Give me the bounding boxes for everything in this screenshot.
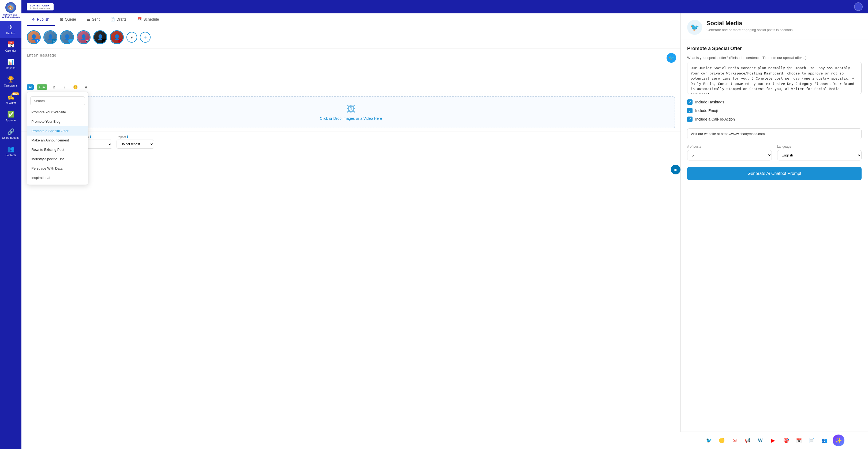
action-buttons: Add to Queue ▾: [22, 152, 680, 169]
bottom-fab-button[interactable]: ✨: [833, 435, 844, 446]
logo-brand: CONTENT CASH by Chattymatic.com: [2, 14, 20, 19]
dropdown-item-promote-blog[interactable]: Promote Your Blog: [27, 117, 88, 126]
calendar-icon: 📅: [7, 41, 14, 48]
sidebar-item-ai-writer[interactable]: New ✍ AI Writer: [0, 90, 22, 108]
dropdown-item-inspirational[interactable]: Inspirational: [27, 173, 88, 183]
twitter-badge: 🐦: [666, 53, 676, 63]
tab-drafts[interactable]: 📄 Drafts: [105, 13, 132, 26]
profile-facebook[interactable]: 👤 f: [27, 30, 41, 44]
posts-count-select[interactable]: 5 1 2 3 10: [687, 150, 772, 160]
bottom-target-icon[interactable]: 🎯: [781, 436, 791, 445]
bottom-megaphone-icon[interactable]: 📢: [743, 436, 752, 445]
bottom-youtube-icon[interactable]: ▶: [768, 436, 778, 445]
dropdown-item-promote-offer[interactable]: Promote a Special Offer: [27, 126, 88, 135]
ai-button[interactable]: AI: [27, 85, 34, 90]
checkbox-emoji[interactable]: ✓ Include Emoji: [687, 108, 862, 113]
cta-checkbox-box: ✓: [687, 117, 692, 122]
bottom-document-icon[interactable]: 📄: [807, 436, 816, 445]
tab-schedule[interactable]: 📅 Schedule: [132, 13, 164, 26]
ai-form: Promote a Special Offer What is your spe…: [681, 39, 868, 187]
sidebar-campaigns-label: Campaigns: [4, 84, 18, 87]
language-label: Language: [777, 145, 862, 149]
checkbox-group: ✓ Include Hashtags ✓ Include Emoji ✓ Inc…: [687, 99, 862, 122]
tab-queue[interactable]: ⊞ Queue: [55, 13, 82, 26]
dropdown-item-rewrite-post[interactable]: Rewrite Existing Post: [27, 145, 88, 154]
tab-sent[interactable]: ☰ Sent: [82, 13, 105, 26]
dropdown-item-announcement[interactable]: Make an Announcement: [27, 135, 88, 145]
form-section-title: Promote a Special Offer: [687, 46, 862, 52]
bottom-twitter-icon[interactable]: 🐦: [704, 436, 714, 445]
profile-instagram[interactable]: 👤 📷: [76, 30, 91, 44]
social-bottom-bar: 🐦 🟡 ✉ 📢 W ▶ 🎯 📅 📄 👥 ✨: [680, 431, 868, 449]
ai-dropdown: Promote Your Website Promote Your Blog P…: [27, 92, 88, 185]
editor-toolbar: AI CTA B I 😊 # Promote Your Website Prom…: [22, 81, 680, 93]
media-upload-text: Click or Drop Images or a Video Here: [320, 116, 382, 121]
cta-url-input[interactable]: [687, 128, 862, 139]
sidebar-item-publish[interactable]: ✈ Publish: [0, 21, 22, 38]
repost-label: Repost ℹ: [117, 135, 154, 138]
bottom-google-icon[interactable]: 🟡: [717, 436, 726, 445]
expand-profiles-button[interactable]: ▾: [126, 32, 137, 42]
sidebar-item-contacts[interactable]: 👥 Contacts: [0, 142, 22, 160]
media-upload-area[interactable]: 🖼 Click or Drop Images or a Video Here: [27, 96, 675, 128]
checkbox-hashtags[interactable]: ✓ Include Hashtags: [687, 99, 862, 105]
sidebar-contacts-label: Contacts: [5, 154, 16, 157]
tab-publish-icon: ✈: [32, 17, 35, 22]
checkbox-cta[interactable]: ✓ Include a Call-To-Action: [687, 117, 862, 122]
cta-button[interactable]: CTA: [37, 85, 47, 90]
bottom-email-icon[interactable]: ✉: [730, 436, 739, 445]
ai-panel-title: Social Media: [707, 20, 793, 27]
sidebar-approve-label: Approve: [6, 119, 16, 122]
form-offer-textarea[interactable]: Our Junior Social Media Manager plan nor…: [687, 62, 862, 94]
sidebar-item-share-buttons[interactable]: 🔗 Share Buttons: [0, 125, 22, 142]
ig-badge: 📷: [85, 39, 90, 43]
publish-icon: ✈: [8, 24, 13, 31]
tab-publish[interactable]: ✈ Publish: [27, 13, 55, 26]
sidebar-item-approve[interactable]: ✅ Approve: [0, 108, 22, 125]
profile-tiktok[interactable]: 👤 ♪: [93, 30, 107, 44]
ai-panel-subtitle: Generate one or more engaging social pos…: [707, 28, 793, 32]
bottom-controls: Category 1 Breaking/Trending ... Waterma…: [22, 132, 680, 152]
nav-circle-1[interactable]: [854, 2, 863, 11]
tab-drafts-label: Drafts: [117, 17, 126, 22]
logo-icon: 🎨: [5, 2, 16, 13]
italic-button[interactable]: I: [61, 83, 69, 91]
profile-twitter[interactable]: 👤 🐦: [60, 30, 74, 44]
emoji-checkbox-box: ✓: [687, 108, 692, 113]
publish-panel: ✈ Publish ⊞ Queue ☰ Sent 📄 Drafts 📅: [22, 13, 680, 449]
watermark-info-icon: ℹ: [90, 135, 91, 138]
dropdown-item-persuade-data[interactable]: Persuade With Data: [27, 164, 88, 173]
dropdown-item-promote-website[interactable]: Promote Your Website: [27, 107, 88, 117]
bottom-calendar-icon[interactable]: 📅: [794, 436, 804, 445]
profile-linkedin[interactable]: 👤 in: [43, 30, 57, 44]
bottom-people-icon[interactable]: 👥: [820, 436, 830, 445]
sidebar-item-campaigns[interactable]: 🏆 Campaigns: [0, 73, 22, 90]
profiles-row: 👤 f 👤 in 👤 🐦 👤 📷 👤 ♪: [22, 26, 680, 49]
generate-button[interactable]: Generate Ai Chatbot Prompt: [687, 167, 862, 180]
contacts-icon: 👥: [7, 146, 14, 153]
dropdown-search-input[interactable]: [30, 96, 85, 105]
bold-button[interactable]: B: [50, 83, 58, 91]
form-question-label: What is your special offer? (Finish the …: [687, 56, 862, 60]
tk-badge: ♪: [101, 39, 106, 43]
sidebar-publish-label: Publish: [6, 32, 15, 35]
tab-publish-label: Publish: [37, 17, 49, 22]
sidebar-item-calendar[interactable]: 📅 Calendar: [0, 38, 22, 56]
emoji-button[interactable]: 😊: [72, 83, 79, 91]
sidebar-reports-label: Reports: [6, 67, 15, 70]
bottom-wordpress-icon[interactable]: W: [755, 436, 765, 445]
posts-count-col: # of posts 5 1 2 3 10: [687, 145, 772, 160]
message-input[interactable]: [27, 53, 675, 74]
repost-select[interactable]: Do not repost: [117, 139, 154, 149]
tab-schedule-label: Schedule: [143, 17, 159, 22]
language-select[interactable]: English Spanish French German Portuguese: [777, 150, 862, 160]
dropdown-item-industry-tips[interactable]: Industry-Specific Tips: [27, 154, 88, 164]
sidebar-item-reports[interactable]: 📊 Reports: [0, 56, 22, 73]
hashtag-button[interactable]: #: [83, 83, 90, 91]
top-nav-logo: CONTENT CASH by Chattymatic.com: [27, 3, 54, 10]
share-icon: 🔗: [7, 128, 14, 135]
profile-pinterest[interactable]: 👤 P: [110, 30, 124, 44]
add-profile-button[interactable]: +: [140, 32, 151, 42]
social-media-icon: 🐦: [687, 20, 702, 35]
fb-badge: f: [35, 39, 40, 43]
